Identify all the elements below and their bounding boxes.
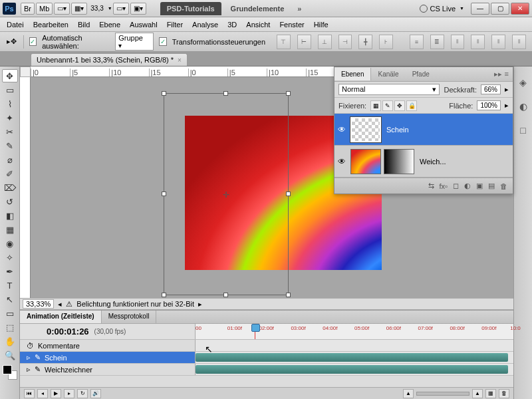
status-zoom[interactable]: 33,33% (23, 299, 54, 309)
maximize-button[interactable]: ▢ (491, 3, 509, 15)
track-schein[interactable]: ▹✎Schein (20, 352, 513, 364)
dodge-tool[interactable]: ✧ (2, 251, 18, 264)
playhead[interactable] (255, 324, 255, 339)
move-tool[interactable]: ✥ (2, 69, 18, 82)
auto-select-checkbox[interactable]: ✓ (29, 37, 37, 46)
layer-weich[interactable]: 👁 Weich... (334, 146, 513, 178)
document-tab[interactable]: Unbenannt-1 bei 33,3% (Schein, RGB/8) * … (31, 53, 188, 66)
tab-pfade[interactable]: Pfade (406, 68, 436, 80)
handle-br[interactable] (286, 293, 291, 297)
workspace-tab-tutorials[interactable]: PSD-Tutorials (160, 2, 221, 15)
stamp-tool[interactable]: ⌦ (2, 181, 18, 194)
track-kommentare[interactable]: ⏱Kommentare (20, 340, 513, 352)
workspace-tab-grund[interactable]: Grundelemente (224, 2, 291, 15)
blur-tool[interactable]: ◉ (2, 237, 18, 250)
play-button[interactable]: ▶ (51, 389, 61, 398)
wand-tool[interactable]: ✦ (2, 111, 18, 124)
transform-bounding-box[interactable]: ✛ (164, 93, 289, 295)
zoom-in-button[interactable]: ▲ (472, 389, 483, 398)
fx-icon[interactable]: fx▫ (440, 182, 448, 190)
tab-kanaele[interactable]: Kanäle (371, 68, 405, 80)
clip-schein[interactable] (196, 353, 508, 362)
mask-icon[interactable]: ◻ (453, 182, 459, 190)
lock-transparent-icon[interactable]: ▦ (370, 100, 381, 111)
dist-btn-3[interactable]: ⦀ (451, 35, 465, 49)
more-workspaces[interactable]: » (297, 5, 301, 13)
dist-btn-6[interactable]: ⦀ (512, 35, 526, 49)
visibility-icon[interactable]: 👁 (334, 157, 349, 166)
align-btn-2[interactable]: ⊢ (297, 35, 311, 49)
eraser-tool[interactable]: ◧ (2, 209, 18, 222)
timeline-ruler[interactable]: 00 01:00f 02:00f 03:00f 04:00f 05:00f 06… (196, 324, 513, 339)
new-layer-icon[interactable]: ▤ (488, 182, 495, 190)
layer-name-label[interactable]: Schein (386, 126, 409, 134)
menu-auswahl[interactable]: Auswahl (130, 21, 158, 29)
adjustment-icon[interactable]: ◐ (464, 182, 471, 190)
heal-tool[interactable]: ⌀ (2, 153, 18, 166)
screen-button[interactable]: ▣▾ (130, 3, 146, 15)
align-btn-3[interactable]: ⊥ (318, 35, 332, 49)
delete-button[interactable]: 🗑 (499, 389, 509, 398)
shape-tool[interactable]: ▭ (2, 307, 18, 320)
tab-ebenen[interactable]: Ebenen (334, 68, 371, 80)
handle-tc[interactable] (223, 91, 228, 96)
lock-position-icon[interactable]: ✥ (394, 100, 405, 111)
fill-value[interactable]: 100% (477, 100, 501, 110)
align-btn-6[interactable]: ⊦ (379, 35, 393, 49)
fill-flyout[interactable]: ▸ (505, 101, 509, 110)
visibility-icon[interactable]: 👁 (334, 125, 349, 134)
opacity-flyout[interactable]: ▸ (505, 85, 509, 94)
dist-btn-4[interactable]: ⦀ (471, 35, 485, 49)
link-icon[interactable]: ⇆ (428, 182, 434, 190)
ruler-vertical[interactable] (20, 77, 31, 298)
lasso-tool[interactable]: ⌇ (2, 97, 18, 110)
extras-button[interactable]: ▦▾ (71, 3, 87, 15)
loop-button[interactable]: ↻ (77, 389, 88, 398)
menu-bild[interactable]: Bild (78, 21, 90, 29)
eyedropper-tool[interactable]: ✎ (2, 139, 18, 152)
hand-tool[interactable]: ✋ (2, 334, 18, 348)
handle-ml[interactable] (162, 192, 166, 196)
mask-thumb[interactable] (384, 149, 414, 174)
handle-tl[interactable] (162, 91, 166, 96)
menu-3d[interactable]: 3D (227, 21, 237, 29)
close-button[interactable]: ✕ (511, 3, 529, 15)
close-tab-icon[interactable]: × (178, 57, 182, 64)
menu-filter[interactable]: Filter (167, 21, 183, 29)
3d-tool[interactable]: ⬚ (2, 321, 18, 334)
bridge-button[interactable]: Br (21, 3, 35, 15)
layer-name-label[interactable]: Weich... (420, 158, 446, 166)
rewind-button[interactable]: ⏮ (24, 389, 35, 398)
auto-select-dropdown[interactable]: Gruppe ▾ (115, 33, 154, 51)
path-tool[interactable]: ↖ (2, 293, 18, 306)
layer-schein[interactable]: 👁 Schein (334, 114, 513, 146)
align-btn-5[interactable]: ╋ (358, 35, 372, 49)
prev-frame-button[interactable]: ◂ (37, 389, 48, 398)
dist-btn-5[interactable]: ⦀ (491, 35, 505, 49)
brush-tool[interactable]: ✐ (2, 167, 18, 180)
disclosure-icon[interactable]: ▹ (27, 353, 31, 362)
dist-btn-1[interactable]: ≡ (410, 35, 424, 49)
ruler-origin[interactable] (20, 66, 31, 77)
align-btn-4[interactable]: ⊣ (338, 35, 352, 49)
timecode[interactable]: 0:00:01:26 (47, 327, 89, 336)
pen-tool[interactable]: ✒ (2, 265, 18, 278)
dist-btn-2[interactable]: ≣ (430, 35, 444, 49)
menu-bearbeiten[interactable]: Bearbeiten (33, 21, 68, 29)
layer-thumb[interactable] (350, 117, 381, 142)
menu-hilfe[interactable]: Hilfe (314, 21, 329, 29)
align-btn-1[interactable]: ⊤ (277, 35, 291, 49)
next-frame-button[interactable]: ▸ (64, 389, 74, 398)
menu-ebene[interactable]: Ebene (99, 21, 120, 29)
menu-datei[interactable]: Datei (7, 21, 24, 29)
dock-adjust-icon[interactable]: ◐ (517, 100, 530, 113)
blend-mode-select[interactable]: Normal▾ (338, 84, 440, 95)
clip-weich[interactable] (196, 365, 508, 374)
tab-animation[interactable]: Animation (Zeitleiste) (20, 311, 102, 323)
transform-controls-checkbox[interactable]: ✓ (159, 37, 166, 46)
panel-menu-icon[interactable]: ≡ (505, 70, 509, 78)
audio-button[interactable]: 🔊 (90, 389, 101, 398)
screen-mode-button[interactable]: ▭▾ (54, 3, 70, 15)
marquee-tool[interactable]: ▭ (2, 83, 18, 96)
status-arrow-right[interactable]: ▸ (198, 300, 202, 309)
